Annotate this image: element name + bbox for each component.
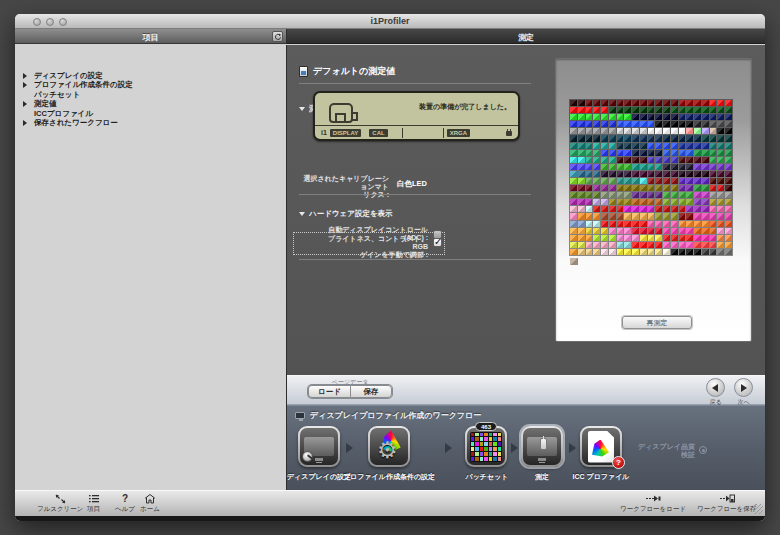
color-patch (702, 121, 709, 127)
color-patch (578, 121, 585, 127)
color-patch (601, 150, 608, 156)
home-button[interactable]: ホーム (140, 493, 160, 514)
color-patch (640, 157, 647, 163)
resize-grip[interactable] (753, 504, 763, 514)
color-patch (663, 143, 670, 149)
next-button[interactable] (734, 378, 753, 397)
color-patch (702, 235, 709, 241)
color-patch (663, 100, 670, 106)
gear-icon: ⚙ (377, 439, 398, 462)
save-button[interactable]: 保存 (350, 385, 392, 398)
color-patch (663, 121, 670, 127)
measurement-pane: デフォルトの測定値 測定器 装置の準備が完了しました。 i1 DISPLAY C… (287, 45, 765, 375)
workflow-step-icc-profile[interactable]: ? (580, 426, 622, 467)
color-patch (725, 199, 732, 205)
sidebar-item-profile-settings[interactable]: プロファイル作成条件の設定 (15, 81, 286, 91)
color-patch (624, 164, 631, 170)
hardware-section-header[interactable]: ハードウェア設定を表示 (299, 209, 393, 219)
load-button[interactable]: ロード (308, 385, 350, 398)
color-patch (663, 128, 670, 134)
color-patch (710, 206, 717, 212)
color-patch (601, 199, 608, 205)
color-patch (617, 206, 624, 212)
color-patch (686, 192, 693, 198)
arrow-icon (445, 443, 452, 453)
color-patch (570, 150, 577, 156)
color-patch (570, 228, 577, 234)
color-patch (586, 235, 593, 241)
color-patch (686, 114, 693, 120)
manual-adjust-checkbox[interactable]: ✓ (433, 238, 442, 247)
color-patch (593, 121, 600, 127)
color-patch (609, 121, 616, 127)
disclosure-triangle-icon[interactable] (23, 120, 27, 126)
color-patch (617, 157, 624, 163)
color-patch (648, 192, 655, 198)
color-patch (586, 121, 593, 127)
color-patch (640, 199, 647, 205)
color-patch (663, 235, 670, 241)
remeasure-button[interactable]: 再測定 (622, 316, 692, 329)
color-patch (717, 150, 724, 156)
color-patch (648, 178, 655, 184)
color-patch (648, 213, 655, 219)
color-patch (624, 121, 631, 127)
calibration-matrix-label: 選択されたキャリブレーションマト リクス : (299, 175, 389, 199)
back-button[interactable] (706, 378, 725, 397)
sidebar-item-display-settings[interactable]: ディスプレイの設定 (15, 71, 286, 81)
color-patch (663, 135, 670, 141)
items-button[interactable]: 項目 (87, 493, 100, 514)
sidebar-item-saved-workflows[interactable]: 保存されたワークフロー (15, 119, 286, 129)
color-patch (570, 249, 577, 255)
disclosure-triangle-icon[interactable] (23, 73, 27, 79)
collapse-triangle-icon[interactable] (299, 212, 305, 216)
color-patch (640, 121, 647, 127)
sidebar-item-icc-profile[interactable]: ICCプロファイル (15, 109, 286, 119)
main-header-title: 測定 (287, 32, 765, 43)
color-patch (609, 242, 616, 248)
color-patch (679, 150, 686, 156)
quality-go-icon[interactable] (699, 446, 707, 454)
back-arrow-icon (712, 384, 718, 392)
refresh-button[interactable] (272, 31, 283, 42)
disclosure-triangle-icon[interactable] (23, 82, 27, 88)
color-patch (617, 249, 624, 255)
workflow-step-display-settings[interactable] (298, 426, 340, 467)
color-patch (586, 185, 593, 191)
color-patch (663, 178, 670, 184)
sidebar-item-measurement[interactable]: 測定値 (15, 100, 286, 110)
workflow-save-button[interactable]: ワークフローを保存 (697, 493, 756, 514)
color-patch (710, 121, 717, 127)
titlebar[interactable]: i1Profiler (15, 14, 765, 29)
workflow-step-profile-settings[interactable]: ⚙ (368, 426, 410, 467)
color-patch (648, 221, 655, 227)
fullscreen-button[interactable]: フルスクリーン (37, 493, 83, 514)
sidebar-item-patch-set[interactable]: パッチセット (15, 90, 286, 100)
color-patch (702, 171, 709, 177)
color-patch (648, 128, 655, 134)
page-title: デフォルトの測定値 (299, 65, 395, 78)
disclosure-triangle-icon[interactable] (23, 101, 27, 107)
color-patch (655, 100, 662, 106)
color-patch (609, 114, 616, 120)
color-patch (570, 114, 577, 120)
workflow-step-patch-set[interactable] (465, 426, 507, 467)
color-patch (624, 228, 631, 234)
color-patch (617, 100, 624, 106)
color-patch (725, 143, 732, 149)
color-patch (570, 157, 577, 163)
workflow-load-button[interactable]: ワークフローをロード (620, 493, 686, 514)
color-patch (694, 206, 701, 212)
color-patch (570, 258, 578, 265)
color-patch (570, 135, 577, 141)
workflow-step-measurement[interactable] (521, 426, 563, 467)
color-patch (671, 228, 678, 234)
color-patch (632, 228, 639, 234)
color-patch (679, 157, 686, 163)
help-button[interactable]: ? ヘルプ (115, 493, 135, 514)
color-patch (655, 242, 662, 248)
color-patch (586, 100, 593, 106)
color-patch (710, 164, 717, 170)
collapse-triangle-icon[interactable] (299, 107, 305, 111)
color-patch (640, 171, 647, 177)
